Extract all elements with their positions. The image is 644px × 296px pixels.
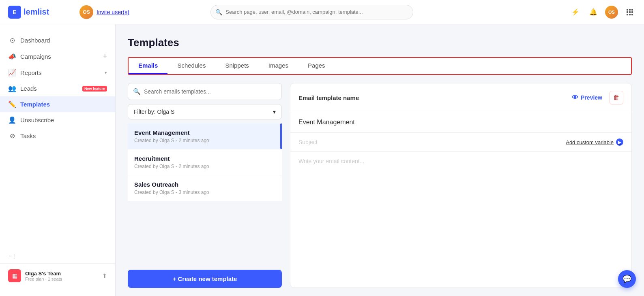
sidebar-item-dashboard[interactable]: ⊙ Dashboard [0, 32, 115, 48]
filter-chevron-icon: ▾ [273, 109, 276, 115]
template-item-recruitment[interactable]: Recruitment Created by Olga S - 2 minute… [128, 149, 282, 175]
tab-snippets[interactable]: Snippets [215, 58, 258, 74]
templates-icon: ✏️ [8, 100, 16, 108]
search-templates-input[interactable] [144, 88, 277, 95]
logo: E lemlist [8, 6, 73, 19]
reports-icon: 📈 [8, 69, 16, 77]
top-navigation: E lemlist OS Invite user(s) 🔍 ⚡ 🔔 OS [0, 0, 644, 24]
unsubscribe-icon: 👤 [8, 116, 16, 124]
preview-eye-icon: 👁 [572, 94, 578, 101]
sidebar-item-campaigns[interactable]: 📣 Campaigns + [0, 48, 115, 65]
team-plan: Free plan · 1 seats [25, 277, 98, 281]
preview-button[interactable]: 👁 Preview [572, 94, 602, 101]
active-indicator [280, 124, 282, 149]
search-templates-icon: 🔍 [133, 88, 141, 95]
user-avatar-nav[interactable]: OS [605, 6, 618, 19]
logo-icon: E [8, 6, 21, 19]
template-item-sales-outreach[interactable]: Sales Outreach Created by Olga S - 3 min… [128, 175, 282, 201]
right-panel-header: Email template name 👁 Preview 🗑 [290, 83, 631, 112]
variable-dot-icon: ▶ [616, 138, 623, 146]
sidebar-footer[interactable]: ▦ Olga S's Team Free plan · 1 seats ⬆ [0, 263, 115, 288]
nav-icons: ⚡ 🔔 OS [569, 6, 636, 19]
add-custom-variable-button[interactable]: Add custom variable ▶ [566, 138, 623, 146]
sidebar-item-leads[interactable]: 👥 Leads New feature [0, 81, 115, 96]
main-layout: ⊙ Dashboard 📣 Campaigns + 📈 Reports ▾ 👥 … [0, 24, 644, 296]
logo-text: lemlist [24, 7, 49, 17]
sidebar-nav: ⊙ Dashboard 📣 Campaigns + 📈 Reports ▾ 👥 … [0, 32, 115, 252]
subject-area: Subject Add custom variable ▶ [290, 133, 631, 152]
tabs-container: Emails Schedules Snippets Images Pages [128, 57, 632, 75]
template-list: Event Management Created by Olga S - 2 m… [128, 124, 282, 266]
create-new-template-button[interactable]: + Create new template [128, 270, 282, 288]
user-avatar-invite: OS [79, 5, 93, 19]
sidebar-item-unsubscribe[interactable]: 👤 Unsubscribe [0, 112, 115, 128]
global-search-input[interactable] [210, 5, 413, 19]
sidebar-item-templates[interactable]: ✏️ Templates [0, 96, 115, 112]
campaigns-add-icon[interactable]: + [103, 52, 107, 61]
search-templates-bar: 🔍 [128, 83, 282, 100]
email-content-area[interactable]: Write your email content... [290, 152, 631, 287]
sidebar-item-tasks[interactable]: ⊘ Tasks [0, 128, 115, 144]
tab-schedules[interactable]: Schedules [167, 58, 215, 74]
invite-area: OS Invite user(s) [79, 5, 129, 19]
left-panel: 🔍 Filter by: Olga S ▾ Event Management C… [128, 83, 282, 288]
team-icon: ▦ [8, 269, 21, 282]
template-name-value: Event Management [298, 119, 355, 126]
content-area: Templates Emails Schedules Snippets Imag… [116, 24, 644, 296]
global-search-bar: 🔍 [210, 5, 413, 19]
lightning-icon[interactable]: ⚡ [569, 6, 582, 18]
email-content-placeholder: Write your email content... [298, 158, 364, 164]
delete-template-button[interactable]: 🗑 [610, 91, 623, 104]
team-chevron-icon[interactable]: ⬆ [102, 273, 107, 279]
email-template-name-label: Email template name [298, 94, 359, 101]
team-name: Olga S's Team [25, 270, 98, 277]
tasks-icon: ⊘ [8, 132, 16, 140]
campaigns-icon: 📣 [8, 53, 16, 60]
chat-support-button[interactable]: 💬 [618, 270, 636, 288]
right-panel: Email template name 👁 Preview 🗑 Event Ma… [290, 83, 632, 288]
page-title: Templates [128, 36, 632, 49]
dashboard-icon: ⊙ [8, 36, 16, 44]
leads-icon: 👥 [8, 85, 16, 92]
leads-new-badge: New feature [82, 86, 107, 92]
invite-users-link[interactable]: Invite user(s) [97, 9, 129, 15]
tab-emails[interactable]: Emails [129, 58, 167, 74]
team-info: Olga S's Team Free plan · 1 seats [25, 270, 98, 281]
collapse-button[interactable]: ←| [8, 253, 15, 259]
template-item-event-management[interactable]: Event Management Created by Olga S - 2 m… [128, 124, 282, 149]
filter-dropdown[interactable]: Filter by: Olga S ▾ [128, 104, 282, 119]
tab-pages[interactable]: Pages [298, 58, 335, 74]
panels: 🔍 Filter by: Olga S ▾ Event Management C… [128, 83, 632, 288]
notification-icon[interactable]: 🔔 [587, 6, 599, 18]
tab-images[interactable]: Images [259, 58, 298, 74]
template-name-field: Event Management [290, 112, 631, 133]
subject-placeholder[interactable]: Subject [298, 139, 566, 145]
search-icon: 🔍 [215, 9, 222, 15]
sidebar-item-reports[interactable]: 📈 Reports ▾ [0, 65, 115, 81]
grid-icon[interactable] [624, 6, 636, 18]
reports-chevron-icon: ▾ [105, 70, 107, 75]
sidebar: ⊙ Dashboard 📣 Campaigns + 📈 Reports ▾ 👥 … [0, 24, 116, 296]
